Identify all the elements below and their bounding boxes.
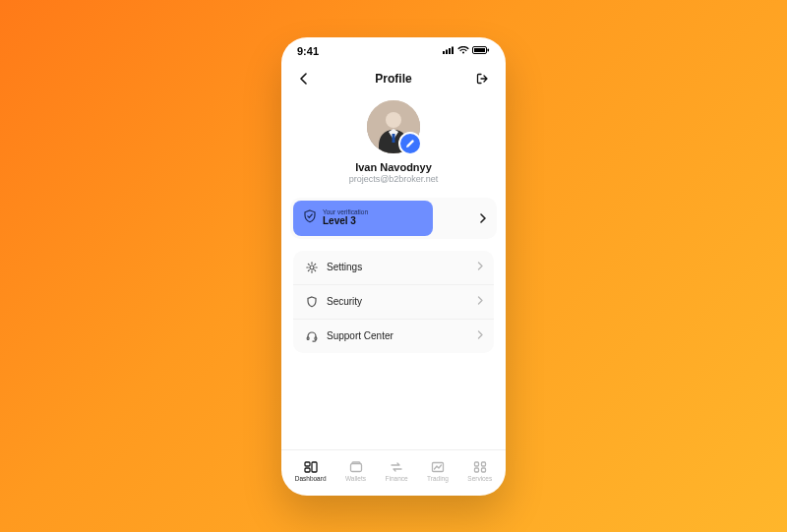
shield-check-icon	[303, 209, 317, 227]
gradient-background: 9:41 Profile	[0, 0, 787, 532]
svg-rect-2	[449, 48, 451, 54]
page-title: Profile	[375, 72, 411, 86]
chevron-right-icon	[477, 330, 484, 341]
signal-icon	[443, 46, 454, 56]
svg-rect-5	[474, 48, 485, 52]
menu-item-security[interactable]: Security	[293, 284, 494, 319]
menu-label: Support Center	[327, 330, 394, 341]
svg-rect-20	[481, 462, 485, 466]
shield-icon	[305, 295, 319, 309]
user-name: Ivan Navodnyy	[355, 161, 432, 173]
headset-icon	[305, 329, 319, 343]
menu-label: Settings	[327, 262, 362, 272]
tab-services[interactable]: Services	[467, 460, 492, 482]
dashboard-icon	[303, 460, 319, 474]
svg-rect-16	[305, 468, 310, 472]
svg-rect-12	[307, 336, 309, 339]
tab-wallets[interactable]: Wallets	[345, 460, 366, 482]
status-bar: 9:41	[281, 37, 506, 65]
verification-card[interactable]: Your verification Level 3	[290, 198, 497, 239]
battery-icon	[472, 46, 490, 56]
tab-label: Services	[467, 475, 492, 482]
svg-rect-17	[350, 463, 361, 471]
svg-rect-13	[315, 336, 317, 339]
nav-bar: Profile	[281, 67, 506, 90]
svg-rect-15	[312, 462, 317, 472]
user-email: projects@b2broker.net	[349, 174, 439, 184]
tab-label: Wallets	[345, 475, 366, 482]
gear-icon	[305, 261, 319, 274]
tab-label: Trading	[427, 475, 449, 482]
chevron-right-icon	[477, 262, 484, 272]
tab-finance[interactable]: Finance	[385, 460, 407, 482]
pencil-icon	[405, 139, 415, 148]
svg-point-11	[310, 266, 314, 269]
menu-list: Settings Security Support Center	[293, 251, 494, 353]
verification-level: Level 3	[323, 216, 368, 227]
tab-dashboard[interactable]: Dashboard	[295, 460, 327, 482]
transfer-icon	[389, 460, 404, 474]
tab-trading[interactable]: Trading	[427, 460, 449, 482]
svg-rect-22	[481, 468, 485, 472]
verification-badge: Your verification Level 3	[293, 201, 433, 236]
edit-avatar-button[interactable]	[398, 132, 422, 155]
back-button[interactable]	[295, 70, 313, 88]
wallet-icon	[348, 460, 364, 474]
phone-frame: 9:41 Profile	[281, 37, 506, 496]
svg-rect-21	[474, 468, 478, 472]
svg-rect-0	[443, 51, 445, 54]
svg-rect-19	[474, 462, 478, 466]
tab-label: Dashboard	[295, 475, 327, 482]
tab-bar: Dashboard Wallets Finance Trading Servic…	[281, 449, 506, 496]
menu-label: Security	[327, 296, 362, 307]
avatar-container	[367, 100, 420, 153]
menu-item-support[interactable]: Support Center	[293, 319, 494, 353]
grid-icon	[472, 460, 488, 474]
wifi-icon	[457, 46, 469, 56]
menu-item-settings[interactable]: Settings	[293, 251, 494, 284]
status-icons	[443, 46, 490, 56]
content: Ivan Navodnyy projects@b2broker.net Your…	[281, 96, 506, 454]
svg-rect-10	[393, 134, 395, 143]
svg-point-9	[386, 112, 401, 128]
svg-rect-3	[452, 46, 454, 54]
chevron-left-icon	[299, 73, 309, 85]
svg-rect-1	[446, 49, 448, 54]
clock: 9:41	[297, 45, 319, 57]
svg-rect-6	[488, 48, 490, 51]
chart-icon	[430, 460, 446, 474]
tab-label: Finance	[385, 475, 407, 482]
logout-icon	[476, 73, 490, 85]
chevron-right-icon	[477, 296, 484, 307]
svg-rect-14	[305, 462, 310, 466]
chevron-right-icon	[479, 209, 487, 227]
logout-button[interactable]	[474, 70, 492, 88]
